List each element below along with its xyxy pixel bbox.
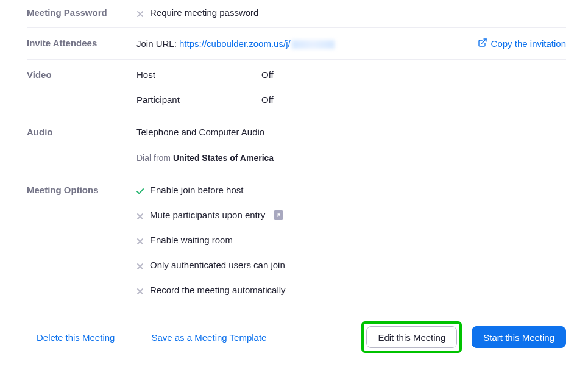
share-icon	[478, 38, 487, 49]
require-password-text: Require meeting password	[150, 7, 258, 18]
join-url-link[interactable]: https://cuboulder.zoom.us/j/	[179, 38, 291, 49]
invite-attendees-label: Invite Attendees	[27, 38, 136, 48]
meeting-options-label: Meeting Options	[27, 185, 136, 195]
meeting-password-label: Meeting Password	[27, 7, 136, 18]
edit-meeting-highlight: Edit this Meeting	[361, 321, 462, 353]
info-icon[interactable]	[274, 210, 283, 220]
meeting-options-section: Meeting Options Enable join before hostM…	[27, 173, 566, 305]
x-icon	[136, 287, 144, 294]
x-icon	[136, 262, 144, 269]
meeting-option-item: Enable waiting room	[136, 235, 566, 245]
join-url-text: Join URL: https://cuboulder.zoom.us/j/	[136, 38, 335, 49]
x-icon	[136, 212, 144, 219]
video-host-label: Host	[136, 69, 261, 80]
meeting-option-text: Record the meeting automatically	[150, 285, 286, 295]
delete-meeting-button[interactable]: Delete this Meeting	[37, 332, 115, 343]
meeting-password-section: Meeting Password Require meeting passwor…	[27, 0, 566, 28]
video-label: Video	[27, 69, 136, 80]
meeting-option-text: Enable waiting room	[150, 235, 233, 245]
copy-invitation-link[interactable]: Copy the invitation	[478, 38, 566, 49]
video-participant-label: Participant	[136, 94, 261, 105]
join-url-prefix: Join URL:	[136, 38, 177, 49]
edit-meeting-button[interactable]: Edit this Meeting	[366, 326, 457, 348]
start-meeting-button[interactable]: Start this Meeting	[472, 326, 566, 348]
video-participant-value: Off	[261, 94, 566, 105]
join-url-redacted	[292, 40, 335, 49]
meeting-option-item: Only authenticated users can join	[136, 260, 566, 270]
save-as-template-button[interactable]: Save as a Meeting Template	[151, 332, 266, 343]
check-icon	[136, 187, 144, 194]
audio-mode-text: Telephone and Computer Audio	[136, 127, 566, 137]
x-icon	[136, 9, 144, 16]
footer-actions: Delete this Meeting Save as a Meeting Te…	[27, 305, 566, 367]
meeting-option-item: Enable join before host	[136, 185, 566, 195]
meeting-option-text: Enable join before host	[150, 185, 243, 195]
audio-section: Audio Telephone and Computer Audio Dial …	[27, 115, 566, 173]
x-icon	[136, 237, 144, 244]
invite-attendees-section: Invite Attendees Join URL: https://cubou…	[27, 28, 566, 60]
require-password-option: Require meeting password	[136, 7, 566, 18]
video-host-value: Off	[261, 69, 566, 80]
copy-invitation-text: Copy the invitation	[491, 38, 566, 49]
meeting-option-text: Only authenticated users can join	[150, 260, 285, 270]
meeting-option-item: Record the meeting automatically	[136, 285, 566, 295]
dial-from-text: Dial from United States of America	[136, 137, 566, 163]
audio-label: Audio	[27, 127, 136, 137]
meeting-option-text: Mute participants upon entry	[150, 210, 265, 220]
video-section: Video Host Off Participant Off	[27, 60, 566, 115]
meeting-option-item: Mute participants upon entry	[136, 210, 566, 220]
dial-from-country: United States of America	[173, 153, 274, 163]
